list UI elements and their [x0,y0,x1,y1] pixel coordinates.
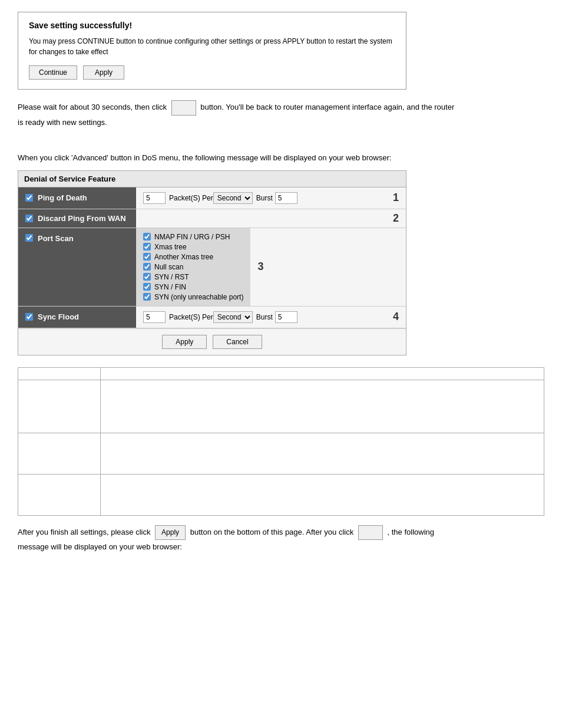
port-scan-number: 3 [250,228,270,306]
continue-button[interactable]: Continue [29,65,77,80]
instructions-text: Please wait for about 30 seconds, then c… [18,100,544,129]
syn-unreachable-label: SYN (only unreachable port) [154,293,243,301]
ping-of-death-content: Packet(S) Per Second Minute Burst [136,187,386,209]
option-syn-unreachable[interactable]: SYN (only unreachable port) [143,293,243,301]
table-cell [18,367,101,380]
discard-ping-number: 2 [386,209,406,228]
dos-intro-text: When you click 'Advanced' button in DoS … [18,152,544,164]
option-xmas[interactable]: Xmas tree [143,243,243,251]
discard-ping-text: Discard Ping From WAN [38,214,126,223]
table-cell [18,380,101,433]
footer-before: After you finish all settings, please cl… [18,528,150,536]
ping-of-death-text: Ping of Death [38,193,87,202]
xmas-checkbox[interactable] [143,243,151,251]
table-cell [18,433,101,474]
table-cell [101,433,544,474]
sync-flood-unit-select[interactable]: Second Minute [213,311,253,323]
dos-panel-title: Denial of Service Feature [18,171,406,187]
instructions-line1-before: Please wait for about 30 seconds, then c… [18,103,167,111]
port-scan-text: Port Scan [38,234,74,243]
port-scan-label: Port Scan [18,228,136,306]
port-scan-options: NMAP FIN / URG / PSH Xmas tree Another X… [136,228,250,306]
option-nmap[interactable]: NMAP FIN / URG / PSH [143,233,243,241]
sync-flood-value[interactable] [143,311,166,323]
footer-apply-inline: Apply [155,525,186,541]
dos-apply-button[interactable]: Apply [162,335,207,349]
sync-flood-checkbox[interactable] [25,313,33,321]
ping-of-death-burst[interactable] [275,192,297,204]
discard-ping-row: Discard Ping From WAN 2 [18,209,406,228]
table-row [18,433,544,474]
null-scan-label: Null scan [154,263,183,271]
table-row [18,367,544,380]
port-scan-row: Port Scan NMAP FIN / URG / PSH Xmas tree… [18,228,406,307]
dos-cancel-button[interactable]: Cancel [213,335,262,349]
xmas-label: Xmas tree [154,243,187,251]
another-xmas-label: Another Xmas tree [154,253,213,261]
instructions-inline-button [171,100,196,116]
syn-rst-label: SYN / RST [154,273,189,281]
packets-per-label: Packet(S) Per [169,194,213,202]
option-another-xmas[interactable]: Another Xmas tree [143,253,243,261]
port-scan-checkbox[interactable] [25,234,33,242]
nmap-checkbox[interactable] [143,233,151,241]
table-cell [18,474,101,515]
burst-label-2: Burst [256,313,273,321]
footer-text: After you finish all settings, please cl… [18,525,544,554]
table-cell [101,367,544,380]
ping-of-death-checkbox[interactable] [25,194,33,202]
syn-unreachable-checkbox[interactable] [143,293,151,301]
ping-of-death-label: Ping of Death [18,187,136,209]
sync-flood-text: Sync Flood [38,312,79,321]
null-scan-checkbox[interactable] [143,263,151,271]
sync-flood-label: Sync Flood [18,307,136,328]
instructions-line2: is ready with new settings. [18,118,107,127]
save-setting-body: You may press CONTINUE button to continu… [29,36,395,57]
option-syn-fin[interactable]: SYN / FIN [143,283,243,291]
save-setting-buttons: Continue Apply [29,65,395,80]
option-syn-rst[interactable]: SYN / RST [143,273,243,281]
dos-feature-panel: Denial of Service Feature Ping of Death … [18,170,406,355]
ping-of-death-row: Ping of Death Packet(S) Per Second Minut… [18,187,406,209]
save-setting-title: Save setting successfully! [29,21,395,30]
another-xmas-checkbox[interactable] [143,253,151,261]
option-null-scan[interactable]: Null scan [143,263,243,271]
nmap-label: NMAP FIN / URG / PSH [154,233,230,241]
discard-ping-checkbox[interactable] [25,215,33,222]
syn-rst-checkbox[interactable] [143,273,151,281]
ping-of-death-number: 1 [386,187,406,209]
burst-label-1: Burst [256,194,273,202]
save-setting-box: Save setting successfully! You may press… [18,12,406,90]
discard-ping-content [136,209,386,228]
footer-line2: message will be displayed on your web br… [18,542,182,551]
packets-per-label-2: Packet(S) Per [169,313,213,321]
table-cell [101,380,544,433]
ping-of-death-unit-select[interactable]: Second Minute [213,192,253,204]
info-table [18,367,544,516]
table-row [18,380,544,433]
ping-of-death-value[interactable] [143,192,166,204]
syn-fin-label: SYN / FIN [154,283,186,291]
sync-flood-content: Packet(S) Per Second Minute Burst [136,307,386,328]
footer-btn2-inline [358,525,383,541]
discard-ping-label: Discard Ping From WAN [18,209,136,228]
footer-middle: button on the bottom of this page. After… [190,528,354,536]
sync-flood-row: Sync Flood Packet(S) Per Second Minute B… [18,307,406,328]
dos-action-row: Apply Cancel [18,328,406,355]
apply-button-top[interactable]: Apply [83,65,124,80]
syn-fin-checkbox[interactable] [143,283,151,291]
table-row [18,474,544,515]
table-cell [101,474,544,515]
instructions-line1-after: button. You'll be back to router managem… [200,103,454,111]
footer-after: , the following [388,528,435,536]
sync-flood-number: 4 [386,307,406,328]
sync-flood-burst[interactable] [275,311,297,323]
